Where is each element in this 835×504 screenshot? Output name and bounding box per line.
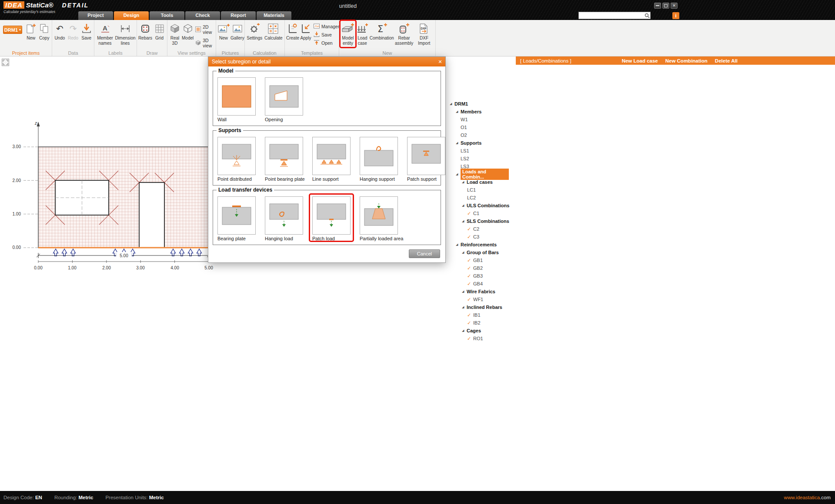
tree-item-sls-combinations[interactable]: ◢SLS Combinations: [448, 217, 516, 225]
opening-1[interactable]: [55, 180, 109, 215]
minimize-button[interactable]: [654, 3, 661, 9]
rebars-button[interactable]: Rebars: [138, 21, 152, 41]
template-manager-button[interactable]: Manager: [314, 23, 339, 30]
expander-icon[interactable]: ◢: [462, 251, 467, 254]
tab-check[interactable]: Check: [185, 11, 220, 20]
checkbox-checked-icon[interactable]: ✓: [467, 258, 473, 263]
tree-item-ro1[interactable]: ✓RO1: [448, 335, 516, 342]
dxf-import-button[interactable]: DXF DXF Import: [414, 21, 434, 46]
create-template-button[interactable]: Create: [286, 21, 299, 41]
expander-icon[interactable]: ◢: [462, 290, 467, 293]
checkbox-checked-icon[interactable]: ✓: [467, 226, 473, 232]
close-button[interactable]: ✕: [671, 3, 678, 9]
tree-item-gb1[interactable]: ✓GB1: [448, 256, 516, 264]
template-save-button[interactable]: Save: [314, 32, 339, 38]
tile-opening[interactable]: Opening: [265, 77, 303, 122]
tree-item-inclined-rebars[interactable]: ◢Inclined Rebars: [448, 303, 516, 311]
search-icon[interactable]: [644, 13, 650, 18]
expander-icon[interactable]: ◢: [462, 219, 467, 223]
zoom-extents-button[interactable]: [2, 59, 9, 66]
gallery-button[interactable]: Gallery: [230, 21, 244, 41]
expander-icon[interactable]: ◢: [462, 180, 467, 184]
checkbox-checked-icon[interactable]: ✓: [467, 234, 473, 240]
expander-icon[interactable]: ◢: [450, 102, 454, 106]
tree-item-ls2[interactable]: LS2: [448, 155, 516, 162]
checkbox-checked-icon[interactable]: ✓: [467, 312, 473, 318]
dialog-close-icon[interactable]: ✕: [435, 59, 445, 65]
new-load-case-button[interactable]: New Load case: [622, 58, 658, 63]
grid-button[interactable]: Grid: [153, 21, 166, 41]
search-input[interactable]: [579, 12, 644, 19]
expander-icon[interactable]: ◢: [456, 243, 461, 246]
tab-project[interactable]: Project: [78, 11, 113, 20]
tree-item-drm1[interactable]: ◢DRM1: [448, 100, 516, 108]
tree-item-members[interactable]: ◢Members: [448, 108, 516, 116]
new-picture-button[interactable]: New: [217, 21, 230, 41]
tile-hanging-load[interactable]: Hanging load: [265, 196, 303, 241]
tile-line-support[interactable]: Line support: [312, 137, 351, 182]
opening-2[interactable]: [139, 182, 164, 248]
calculate-button[interactable]: Calculate: [264, 21, 283, 41]
view-3d-toggle[interactable]: 3D view: [195, 38, 215, 48]
tab-report[interactable]: Report: [221, 11, 256, 20]
tree-item-lc2[interactable]: LC2: [448, 194, 516, 202]
apply-template-button[interactable]: Apply: [300, 21, 311, 41]
tree-item-gb2[interactable]: ✓GB2: [448, 264, 516, 272]
tree-item-lc1[interactable]: LC1: [448, 186, 516, 194]
combination-button[interactable]: Σ Combination: [370, 21, 394, 41]
load-case-button[interactable]: Load case: [356, 21, 369, 46]
model-view-button[interactable]: Model: [182, 21, 194, 41]
tree-item-wf1[interactable]: ✓WF1: [448, 295, 516, 303]
tree-item-gb4[interactable]: ✓GB4: [448, 280, 516, 288]
tile-patch-load[interactable]: Patch load: [312, 196, 351, 241]
tree-item-supports[interactable]: ◢Supports: [448, 139, 516, 147]
checkbox-checked-icon[interactable]: ✓: [467, 211, 473, 216]
checkbox-checked-icon[interactable]: ✓: [467, 281, 473, 287]
tile-bearing-plate[interactable]: Bearing plate: [217, 196, 256, 241]
checkbox-checked-icon[interactable]: ✓: [467, 273, 473, 279]
new-combination-button[interactable]: New Combination: [665, 58, 708, 63]
redo-button[interactable]: ↷ Redo: [67, 21, 80, 41]
rebar-assembly-button[interactable]: Rebar assembly: [395, 21, 413, 46]
tree-item-gb3[interactable]: ✓GB3: [448, 272, 516, 280]
view-2d-toggle[interactable]: 2D view: [195, 24, 215, 35]
real-3d-button[interactable]: Real 3D: [169, 21, 181, 46]
save-button[interactable]: Save: [80, 21, 93, 41]
template-open-button[interactable]: Open: [314, 40, 339, 46]
tree-item-wire-fabrics[interactable]: ◢Wire Fabrics: [448, 288, 516, 295]
tile-hanging-support[interactable]: Hanging support: [360, 137, 398, 182]
expander-icon[interactable]: ◢: [462, 329, 467, 332]
checkbox-checked-icon[interactable]: ✓: [467, 336, 473, 342]
project-item-selector[interactable]: DRM1 ▾: [3, 26, 22, 34]
undo-button[interactable]: ↶ Undo: [53, 21, 66, 41]
cancel-button[interactable]: Cancel: [409, 249, 440, 258]
checkbox-checked-icon[interactable]: ✓: [467, 297, 473, 302]
settings-button[interactable]: Settings: [246, 21, 263, 41]
tree-item-loads-and-combinations[interactable]: ◢Loads and Combin...: [448, 170, 516, 178]
delete-all-button[interactable]: Delete All: [715, 58, 738, 63]
search-box[interactable]: [578, 12, 651, 19]
tree-item-o1[interactable]: O1: [448, 123, 516, 131]
tile-partially-loaded-area[interactable]: Partially loaded area: [360, 196, 398, 241]
copy-button[interactable]: Copy: [38, 21, 50, 41]
tree-item-c2[interactable]: ✓C2: [448, 225, 516, 233]
maximize-button[interactable]: [662, 3, 669, 9]
tab-design[interactable]: Design: [114, 11, 149, 20]
dimension-lines-button[interactable]: Dimension lines: [115, 21, 135, 46]
website-link[interactable]: www.ideastatica.com: [784, 495, 831, 500]
tree-item-c3[interactable]: ✓C3: [448, 233, 516, 241]
tree-item-c1[interactable]: ✓C1: [448, 209, 516, 217]
tree-item-ib2[interactable]: ✓IB2: [448, 319, 516, 327]
tab-tools[interactable]: Tools: [150, 11, 184, 20]
tab-materials[interactable]: Materials: [257, 11, 291, 20]
tree-item-w1[interactable]: W1: [448, 116, 516, 123]
checkbox-checked-icon[interactable]: ✓: [467, 320, 473, 326]
tile-wall[interactable]: Wall: [217, 77, 256, 122]
tree-item-ls1[interactable]: LS1: [448, 147, 516, 155]
expander-icon[interactable]: ◢: [456, 172, 461, 176]
tree-item-group-of-bars[interactable]: ◢Group of Bars: [448, 249, 516, 256]
expander-icon[interactable]: ◢: [462, 204, 467, 207]
model-entity-button[interactable]: Model entity: [341, 21, 355, 46]
tile-patch-support[interactable]: Patch support: [407, 137, 445, 182]
dialog-header[interactable]: Select subregion or detail ✕: [208, 57, 445, 66]
